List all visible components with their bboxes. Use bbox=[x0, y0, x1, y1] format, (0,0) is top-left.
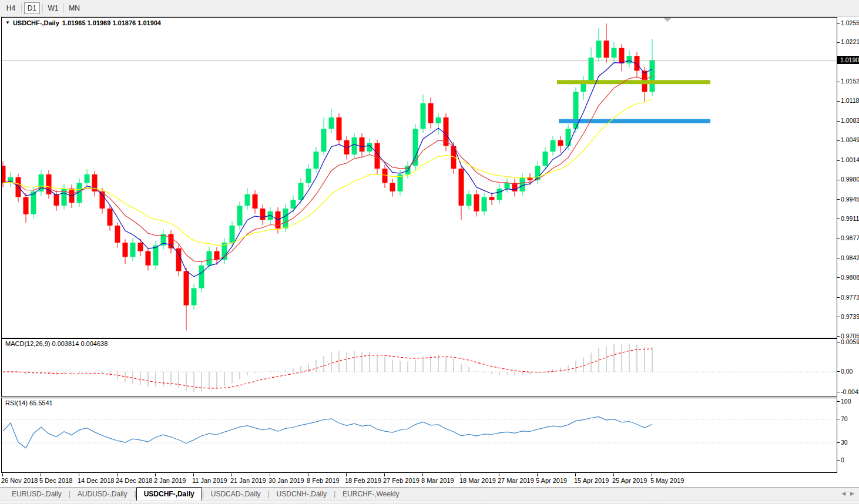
time-axis-tick bbox=[384, 473, 385, 476]
chart-tab-bar: EURUSD-,Daily|AUDUSD-,Daily|USDCHF-,Dail… bbox=[0, 487, 859, 500]
time-axis-tick bbox=[117, 473, 118, 476]
time-axis-label: 5 Apr 2019 bbox=[536, 477, 567, 484]
price-axis-label: 0.99800 bbox=[841, 176, 859, 183]
toolbar-separator bbox=[21, 4, 22, 13]
time-axis-label: 8 Mar 2019 bbox=[421, 477, 454, 484]
time-axis-label: 14 Dec 2018 bbox=[78, 477, 114, 484]
scrollbar-segment-mark bbox=[130, 502, 131, 504]
time-axis-tick bbox=[193, 473, 194, 476]
time-axis-tick bbox=[79, 473, 79, 476]
chart-ohlc-values: 1.01965 1.01969 1.01876 1.01904 bbox=[62, 19, 161, 26]
macd-axis-label: 0.00597 bbox=[841, 338, 859, 345]
macd-panel[interactable]: MACD(12,26,9) 0.003814 0.004638 bbox=[1, 338, 837, 397]
tab-scroll-arrows: ◀ ▶ bbox=[841, 490, 854, 496]
time-axis-tick bbox=[270, 473, 270, 476]
axis-tick-mark bbox=[837, 336, 840, 337]
time-axis-tick bbox=[652, 473, 652, 476]
axis-tick-mark bbox=[837, 160, 840, 161]
chart-dropdown-icon[interactable]: ▼ bbox=[5, 21, 10, 25]
tab-eurusd-daily[interactable]: EURUSD-,Daily bbox=[5, 488, 69, 500]
timeframe-button-h4[interactable]: H4 bbox=[3, 2, 19, 14]
tab-audusd-daily[interactable]: AUDUSD-,Daily bbox=[71, 488, 135, 500]
horizontal-scrollbar[interactable] bbox=[0, 500, 859, 504]
tab-usdchf-daily[interactable]: USDCHF-,Daily bbox=[136, 488, 202, 501]
main-chart-panel[interactable]: ▼ USDCHF-,Daily 1.01965 1.01969 1.01876 … bbox=[1, 17, 837, 338]
scrollbar-segment-mark bbox=[656, 502, 656, 504]
time-axis-tick bbox=[537, 473, 538, 476]
time-axis-label: 30 Jan 2019 bbox=[269, 477, 304, 484]
time-axis-tick bbox=[41, 473, 41, 476]
time-axis-label: 2 Jan 2019 bbox=[154, 477, 186, 484]
time-axis-label: 24 Dec 2018 bbox=[116, 477, 152, 484]
price-axis-label: 1.01180 bbox=[841, 97, 859, 104]
price-axis-label: 0.97730 bbox=[841, 294, 859, 301]
rsi-label: RSI(14) 65.5541 bbox=[5, 399, 53, 406]
axis-tick-mark bbox=[837, 317, 840, 317]
time-axis-tick bbox=[346, 473, 347, 476]
time-axis-label: 5 May 2019 bbox=[650, 477, 684, 484]
axis-tick-mark bbox=[837, 23, 840, 23]
scrollbar-segment-mark bbox=[306, 502, 306, 504]
tab-usdcad-daily[interactable]: USDCAD-,Daily bbox=[204, 488, 268, 500]
axis-tick-mark bbox=[837, 392, 840, 392]
axis-tick-mark bbox=[837, 277, 840, 278]
time-axis-tick bbox=[575, 473, 576, 476]
tab-scroll-left-icon[interactable]: ◀ bbox=[841, 490, 845, 496]
rsi-axis-label: 30 bbox=[841, 439, 848, 446]
rsi-axis-label: 70 bbox=[841, 415, 848, 422]
axis-tick-mark bbox=[837, 342, 840, 342]
axis-tick-mark bbox=[837, 258, 840, 258]
timeframe-button-w1[interactable]: W1 bbox=[45, 2, 61, 14]
price-axis-label: 0.98080 bbox=[841, 274, 859, 281]
time-axis: 26 Nov 2018 5 Dec 2018 14 Dec 2018 24 De… bbox=[0, 473, 859, 486]
time-axis-label: 25 Apr 2019 bbox=[612, 477, 647, 484]
time-axis-tick bbox=[613, 473, 614, 476]
candlestick-plot[interactable] bbox=[2, 18, 837, 338]
macd-plot[interactable] bbox=[2, 339, 837, 397]
time-axis-label: 11 Jan 2019 bbox=[192, 477, 227, 484]
axis-tick-mark bbox=[837, 140, 840, 141]
axis-tick-mark bbox=[837, 121, 840, 122]
time-axis-label: 15 Apr 2019 bbox=[574, 477, 609, 484]
axis-tick-mark bbox=[837, 199, 840, 200]
axis-tick-mark bbox=[837, 401, 840, 402]
tab-eurchf-weekly[interactable]: EURCHF-,Weekly bbox=[335, 488, 406, 500]
axis-tick-mark bbox=[837, 419, 840, 419]
axis-tick-mark bbox=[837, 371, 840, 372]
time-axis-tick bbox=[499, 473, 499, 476]
price-axis-label: 1.00490 bbox=[841, 136, 859, 143]
time-axis-tick bbox=[461, 473, 461, 476]
time-axis-tick bbox=[231, 473, 232, 476]
price-axis-label: 0.97390 bbox=[841, 313, 859, 320]
time-axis-label: 5 Dec 2018 bbox=[39, 477, 72, 484]
time-axis-label: 18 Mar 2019 bbox=[459, 477, 496, 484]
tab-usdcnh-daily[interactable]: USDCNH-,Daily bbox=[270, 488, 334, 500]
time-axis-label: 27 Mar 2019 bbox=[498, 477, 534, 484]
rsi-plot[interactable] bbox=[2, 398, 837, 472]
price-axis-label: 1.00830 bbox=[841, 117, 859, 124]
time-axis-label: 8 Feb 2019 bbox=[307, 477, 340, 484]
price-axis-label: 0.99110 bbox=[841, 215, 859, 222]
price-axis-label: 1.02550 bbox=[841, 19, 859, 26]
axis-tick-mark bbox=[837, 82, 840, 82]
timeframe-button-d1[interactable]: D1 bbox=[24, 2, 40, 14]
rsi-axis-label: 100 bbox=[841, 398, 851, 405]
axis-tick-mark bbox=[837, 297, 840, 298]
time-axis-tick bbox=[422, 473, 423, 476]
price-axis-label: 0.98770 bbox=[841, 234, 859, 241]
price-axis-label: 1.01520 bbox=[841, 78, 859, 85]
rsi-axis-label: 0 bbox=[841, 456, 844, 463]
current-price-box: 1.01904 bbox=[837, 56, 859, 64]
chart-title: ▼ USDCHF-,Daily 1.01965 1.01969 1.01876 … bbox=[5, 19, 161, 26]
price-axis-label: 0.99450 bbox=[841, 196, 859, 203]
time-axis-label: 21 Jan 2019 bbox=[230, 477, 266, 484]
rsi-axis: 100 70 30 0 bbox=[837, 398, 859, 473]
toolbar-separator bbox=[63, 4, 64, 13]
macd-axis-label: 0.00 bbox=[841, 368, 853, 375]
rsi-panel[interactable]: RSI(14) 65.5541 bbox=[1, 398, 837, 473]
timeframe-button-mn[interactable]: MN bbox=[66, 2, 82, 14]
price-axis-label: 1.00140 bbox=[841, 156, 859, 163]
tab-scroll-right-icon[interactable]: ▶ bbox=[850, 490, 854, 496]
mt4-chart-window: H4D1W1MN ▼ USDCHF-,Daily 1.01965 1.01969… bbox=[0, 0, 859, 504]
timeframe-toolbar: H4D1W1MN bbox=[0, 0, 859, 16]
